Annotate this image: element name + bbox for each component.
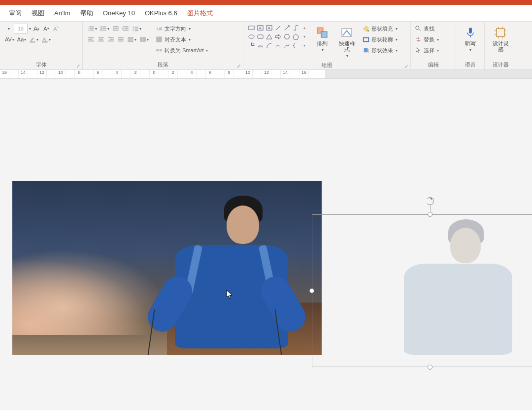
svg-rect-47 bbox=[158, 39, 161, 39]
convert-smartart-button[interactable]: 转换为 SmartArt▾ bbox=[156, 45, 208, 55]
decrease-indent-icon[interactable] bbox=[111, 24, 120, 34]
decrease-font-icon[interactable]: A▾ bbox=[42, 24, 51, 34]
tab-review[interactable]: 审阅 bbox=[4, 5, 27, 21]
dictate-icon bbox=[464, 26, 477, 39]
shape-outline-button[interactable]: 形状轮廓▾ bbox=[363, 34, 398, 44]
svg-rect-61 bbox=[364, 38, 369, 42]
distribute-icon[interactable]: ▾ bbox=[126, 34, 137, 44]
columns-icon[interactable]: ▾ bbox=[138, 34, 150, 44]
increase-font-icon[interactable]: A▴ bbox=[32, 24, 41, 34]
align-center-icon[interactable] bbox=[97, 34, 105, 44]
svg-rect-46 bbox=[158, 38, 161, 38]
quick-styles-button[interactable]: 快速样式▾ bbox=[336, 24, 358, 61]
font-size-dropdown[interactable]: ▾ bbox=[29, 27, 31, 31]
svg-rect-35 bbox=[118, 39, 124, 39]
group-drawing-label: 绘图⤢ bbox=[247, 61, 406, 69]
align-right-icon[interactable] bbox=[106, 34, 115, 44]
shape-pie-icon[interactable] bbox=[247, 41, 255, 49]
shape-fill-button[interactable]: 形状填充▾ bbox=[363, 24, 398, 34]
increase-indent-icon[interactable] bbox=[121, 24, 130, 34]
char-spacing-icon[interactable]: AV▾ bbox=[4, 34, 15, 44]
shape-arrow-icon[interactable] bbox=[283, 24, 291, 32]
quick-styles-icon bbox=[340, 26, 354, 39]
align-text-button[interactable]: 对齐文本▾ bbox=[156, 34, 208, 44]
rotate-handle[interactable] bbox=[426, 197, 434, 205]
replace-button[interactable]: 替换▾ bbox=[415, 34, 439, 44]
ruler-tick: 14 bbox=[19, 70, 28, 78]
line-spacing-icon[interactable]: ▾ bbox=[131, 24, 142, 34]
tab-anim[interactable]: An'Im bbox=[49, 5, 75, 21]
shape-line-icon[interactable] bbox=[274, 24, 282, 32]
svg-rect-50 bbox=[248, 26, 254, 29]
svg-rect-36 bbox=[118, 41, 124, 41]
font-size-box[interactable]: 18 bbox=[14, 24, 28, 34]
shape-rarrow-icon[interactable] bbox=[274, 33, 282, 40]
selection-border[interactable] bbox=[312, 214, 532, 367]
font-launcher-icon[interactable]: ⤢ bbox=[76, 64, 80, 68]
slide-canvas[interactable] bbox=[0, 79, 532, 410]
find-button[interactable]: 查找 bbox=[415, 24, 439, 34]
font-name-dropdown[interactable]: ▾ bbox=[4, 24, 13, 34]
group-editing: 查找 替换▾ 选择▾ 编辑 bbox=[411, 22, 456, 69]
shape-pent-icon[interactable] bbox=[292, 33, 299, 40]
shape-free-icon[interactable] bbox=[283, 41, 291, 49]
svg-text:I: I bbox=[157, 27, 158, 31]
smartart-icon bbox=[156, 47, 163, 54]
group-voice-label: 语音 bbox=[460, 60, 480, 68]
gallery-down-icon[interactable]: ▾ bbox=[300, 33, 308, 40]
tab-help[interactable]: 帮助 bbox=[75, 5, 98, 21]
shape-curve-icon[interactable] bbox=[274, 41, 282, 49]
shape-connector-icon[interactable] bbox=[292, 24, 299, 32]
bullets-icon[interactable]: ▾ bbox=[87, 24, 98, 34]
svg-rect-21 bbox=[123, 30, 129, 31]
shape-chord-icon[interactable] bbox=[256, 41, 264, 49]
tab-onekey[interactable]: OneKey 10 bbox=[98, 5, 140, 21]
arrange-button[interactable]: 排列▾ bbox=[311, 24, 333, 55]
shapes-gallery[interactable]: A A ▴ ▾ ▾ bbox=[247, 24, 308, 49]
change-case-icon[interactable]: Aa▾ bbox=[16, 34, 27, 44]
design-ideas-button[interactable]: 设计灵感 bbox=[490, 24, 511, 54]
shape-brace-icon[interactable] bbox=[292, 41, 299, 49]
shape-rect-icon[interactable] bbox=[247, 24, 255, 32]
svg-rect-9 bbox=[90, 30, 94, 31]
align-left-icon[interactable] bbox=[87, 34, 96, 44]
inserted-picture[interactable] bbox=[12, 181, 322, 355]
tab-okplus[interactable]: OKPlus 6.6 bbox=[140, 5, 182, 21]
horizontal-ruler[interactable]: 1614121086420246810121416 bbox=[0, 70, 532, 79]
shape-hex-icon[interactable] bbox=[283, 33, 291, 40]
paragraph-launcher-icon[interactable]: ⤢ bbox=[237, 64, 241, 68]
selection-frame[interactable] bbox=[312, 214, 532, 367]
svg-rect-25 bbox=[89, 37, 94, 38]
shape-roundrect-icon[interactable] bbox=[256, 33, 264, 40]
select-button[interactable]: 选择▾ bbox=[415, 45, 439, 55]
shape-effects-button[interactable]: 形状效果▾ bbox=[363, 45, 398, 55]
font-color-icon[interactable]: A▾ bbox=[40, 34, 52, 44]
text-direction-button[interactable]: IA 文字方向▾ bbox=[156, 24, 208, 34]
group-font: ▾ 18 ▾ A▴ A▾ A AV▾ Aa▾ ▾ A▾ bbox=[0, 22, 83, 69]
tab-picture-format[interactable]: 图片格式 bbox=[182, 5, 218, 21]
gallery-more-icon[interactable]: ▾ bbox=[300, 41, 308, 49]
handle-w[interactable] bbox=[309, 288, 314, 293]
gallery-up-icon[interactable]: ▴ bbox=[300, 24, 308, 32]
handle-n[interactable] bbox=[428, 212, 432, 217]
shape-triangle-icon[interactable] bbox=[265, 33, 273, 40]
align-text-icon bbox=[156, 36, 163, 43]
highlight-color-icon[interactable]: ▾ bbox=[28, 34, 39, 44]
arrange-label: 排列 bbox=[317, 40, 328, 46]
ruler-tick bbox=[253, 70, 262, 78]
shape-arc-icon[interactable] bbox=[265, 41, 273, 49]
shape-oval-icon[interactable] bbox=[247, 33, 255, 40]
ruler-tick: 6 bbox=[94, 70, 103, 78]
shape-textbox2-icon[interactable]: A bbox=[265, 24, 273, 32]
justify-icon[interactable] bbox=[116, 34, 125, 44]
clear-formatting-icon[interactable]: A bbox=[52, 24, 61, 34]
svg-point-4 bbox=[89, 27, 90, 28]
handle-s[interactable] bbox=[428, 365, 432, 370]
dictate-button[interactable]: 听写▾ bbox=[460, 24, 480, 55]
tab-view[interactable]: 视图 bbox=[27, 5, 49, 21]
numbering-icon[interactable]: 123▾ bbox=[99, 24, 110, 34]
drawing-launcher-icon[interactable]: ⤢ bbox=[404, 64, 408, 69]
svg-rect-38 bbox=[128, 38, 133, 39]
svg-point-64 bbox=[416, 26, 419, 30]
shape-textbox-icon[interactable]: A bbox=[256, 24, 264, 32]
